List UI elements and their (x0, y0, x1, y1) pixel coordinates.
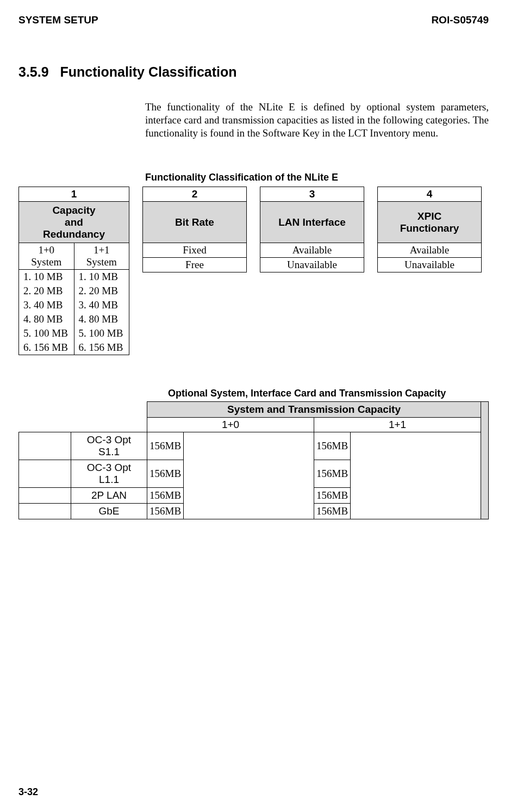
page-header: SYSTEM SETUP ROI-S05749 (18, 14, 489, 26)
fc-box-2-r1: Free (143, 258, 247, 272)
fc-box-2-r0: Fixed (143, 243, 247, 258)
fc-box-3-num: 3 (260, 187, 364, 202)
fc-box-1-r0c0: 1. 10 MB (19, 270, 74, 284)
header-left: SYSTEM SETUP (18, 14, 98, 26)
fc-box-1-r5c0: 6. 156 MB (19, 340, 74, 355)
ot-row-3-v0: 156MB (147, 504, 184, 519)
fc-box-1-r3c1: 4. 80 MB (74, 312, 129, 326)
fc-box-3-label: LAN Interface (260, 202, 364, 243)
fc-box-1-r4c0: 5. 100 MB (19, 326, 74, 340)
ot-sub-1: 1+1 (314, 418, 481, 432)
ot-table-wrap: System and Transmission Capacity 1+0 1+1… (18, 401, 489, 519)
ot-row-2-blank (19, 488, 71, 504)
ot-row-0-gap1 (351, 432, 481, 460)
fc-box-1-r3c0: 4. 80 MB (19, 312, 74, 326)
ot-row-0-v0: 156MB (147, 432, 184, 460)
section-title: Functionality Classification (60, 64, 236, 79)
fc-box-3: 3 LAN Interface Available Unavailable (260, 187, 364, 272)
page-number: 3-32 (18, 786, 38, 798)
ot-row-0-v1: 156MB (314, 432, 351, 460)
fc-box-1-subhead-0: 1+0 System (19, 243, 74, 270)
fc-box-4-label: XPIC Functionary (378, 202, 482, 243)
ot-row-2: 2P LAN 156MB 156MB (19, 488, 489, 504)
ot-row-3: GbE 156MB 156MB (19, 504, 489, 519)
ot-row-1-gap0 (184, 460, 314, 488)
ot-row-1-gap1 (351, 460, 481, 488)
fc-box-1-r0c1: 1. 10 MB (74, 270, 129, 284)
ot-row-3-label: GbE (71, 504, 147, 519)
ot-row-2-v0: 156MB (147, 488, 184, 504)
ot-table: System and Transmission Capacity 1+0 1+1… (18, 401, 489, 519)
fc-box-1-subhead-1: 1+1 System (74, 243, 129, 270)
fc-box-2-num: 2 (143, 187, 247, 202)
ot-row-2-gap1 (351, 488, 481, 504)
fc-box-3-r1: Unavailable (260, 258, 364, 272)
ot-sub-0: 1+0 (147, 418, 314, 432)
fc-box-1-r1c1: 2. 20 MB (74, 284, 129, 298)
fc-table-title: Functionality Classification of the NLit… (145, 172, 489, 183)
fc-box-1-label: Capacity and Redundancy (19, 202, 129, 243)
ot-head: System and Transmission Capacity (147, 402, 481, 418)
ot-row-0-label: OC-3 Opt S1.1 (71, 432, 147, 460)
fc-box-3-r0: Available (260, 243, 364, 258)
fc-box-1-r5c1: 6. 156 MB (74, 340, 129, 355)
ot-row-1: OC-3 Opt L1.1 156MB 156MB (19, 460, 489, 488)
fc-box-4-r1: Unavailable (378, 258, 482, 272)
fc-box-1-r4c1: 5. 100 MB (74, 326, 129, 340)
header-right: ROI-S05749 (431, 14, 489, 26)
ot-row-3-gap0 (184, 504, 314, 519)
fc-box-4: 4 XPIC Functionary Available Unavailable (377, 187, 482, 272)
fc-box-1: 1 Capacity and Redundancy 1+0 System 1+1… (18, 187, 129, 355)
ot-right-gap (481, 402, 489, 519)
fc-box-2-label: Bit Rate (143, 202, 247, 243)
body-paragraph: The functionality of the NLite E is defi… (145, 101, 489, 139)
ot-row-0: OC-3 Opt S1.1 156MB 156MB (19, 432, 489, 460)
ot-row-2-gap0 (184, 488, 314, 504)
fc-box-1-num: 1 (19, 187, 129, 202)
fc-box-2: 2 Bit Rate Fixed Free (142, 187, 247, 272)
ot-row-1-v1: 156MB (314, 460, 351, 488)
fc-box-1-r1c0: 2. 20 MB (19, 284, 74, 298)
ot-row-3-blank (19, 504, 71, 519)
section-number: 3.5.9 (18, 64, 49, 79)
fc-box-1-r2c0: 3. 40 MB (19, 298, 74, 312)
ot-row-1-blank (19, 460, 71, 488)
ot-row-1-v0: 156MB (147, 460, 184, 488)
fc-box-4-num: 4 (378, 187, 482, 202)
ot-row-0-blank (19, 432, 71, 460)
ot-row-2-label: 2P LAN (71, 488, 147, 504)
ot-table-title: Optional System, Interface Card and Tran… (168, 388, 489, 399)
fc-box-4-r0: Available (378, 243, 482, 258)
ot-row-2-v1: 156MB (314, 488, 351, 504)
fc-tables-row: 1 Capacity and Redundancy 1+0 System 1+1… (18, 187, 489, 355)
ot-row-3-v1: 156MB (314, 504, 351, 519)
section-heading: 3.5.9 Functionality Classification (18, 64, 489, 80)
ot-row-3-gap1 (351, 504, 481, 519)
ot-row-1-label: OC-3 Opt L1.1 (71, 460, 147, 488)
fc-box-1-r2c1: 3. 40 MB (74, 298, 129, 312)
ot-row-0-gap0 (184, 432, 314, 460)
